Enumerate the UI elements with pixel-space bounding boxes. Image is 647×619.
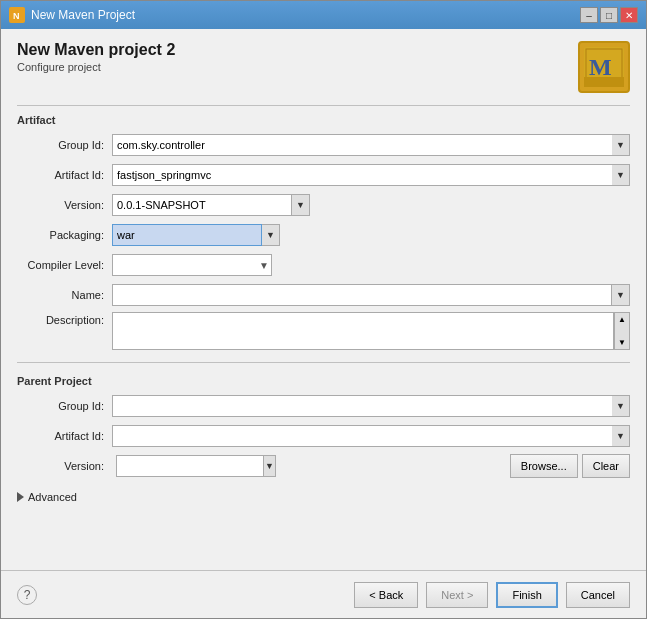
window-title: New Maven Project — [31, 8, 574, 22]
cancel-button[interactable]: Cancel — [566, 582, 630, 608]
dialog-subtitle: Configure project — [17, 61, 175, 73]
artifact-section-label: Artifact — [17, 114, 630, 126]
bottom-bar: ? < Back Next > Finish Cancel — [1, 570, 646, 618]
group-id-label: Group Id: — [17, 139, 112, 151]
artifact-id-dropdown-btn[interactable]: ▼ — [612, 164, 630, 186]
svg-text:N: N — [13, 11, 20, 21]
packaging-label: Packaging: — [17, 229, 112, 241]
description-field-wrap: ▲ ▼ — [112, 312, 630, 350]
packaging-row: Packaging: ▼ — [17, 222, 630, 248]
svg-rect-5 — [584, 77, 624, 87]
scroll-down-btn[interactable]: ▼ — [618, 338, 626, 349]
description-row: Description: ▲ ▼ — [17, 312, 630, 350]
description-scrollbar: ▲ ▼ — [614, 312, 630, 350]
clear-button[interactable]: Clear — [582, 454, 630, 478]
parent-artifact-id-field-wrap: ▼ — [112, 425, 630, 447]
version-field-wrap — [112, 194, 292, 216]
name-row: Name: ▼ — [17, 282, 630, 308]
window-controls: – □ ✕ — [580, 7, 638, 23]
version-row: Version: ▼ — [17, 192, 630, 218]
advanced-label: Advanced — [28, 491, 77, 503]
maven-logo: M — [578, 41, 630, 93]
parent-version-input[interactable] — [116, 455, 264, 477]
dialog-header: New Maven project 2 Configure project M — [17, 41, 630, 93]
parent-group-id-label: Group Id: — [17, 400, 112, 412]
parent-artifact-id-input[interactable] — [112, 425, 612, 447]
back-button[interactable]: < Back — [354, 582, 418, 608]
parent-section-label: Parent Project — [17, 375, 630, 387]
section-separator — [17, 362, 630, 363]
parent-section: Parent Project Group Id: ▼ Artifact Id: … — [17, 375, 630, 483]
compiler-row: Compiler Level: 1.6 1.7 1.8 ▼ — [17, 252, 630, 278]
group-id-dropdown-btn[interactable]: ▼ — [612, 134, 630, 156]
title-bar: N New Maven Project – □ ✕ — [1, 1, 646, 29]
main-window: N New Maven Project – □ ✕ New Maven proj… — [0, 0, 647, 619]
window-icon: N — [9, 7, 25, 23]
name-label: Name: — [17, 289, 112, 301]
parent-group-id-field-wrap: ▼ — [112, 395, 630, 417]
browse-button[interactable]: Browse... — [510, 454, 578, 478]
description-textarea[interactable] — [112, 312, 614, 350]
parent-version-row: Version: ▼ Browse... Clear — [17, 453, 630, 479]
version-dropdown-btn[interactable]: ▼ — [292, 194, 310, 216]
dialog-title: New Maven project 2 — [17, 41, 175, 59]
artifact-id-field-wrap: ▼ — [112, 164, 630, 186]
parent-artifact-id-label: Artifact Id: — [17, 430, 112, 442]
parent-version-dropdown-btn[interactable]: ▼ — [264, 455, 276, 477]
parent-group-id-input[interactable] — [112, 395, 612, 417]
minimize-button[interactable]: – — [580, 7, 598, 23]
header-text: New Maven project 2 Configure project — [17, 41, 175, 73]
advanced-section[interactable]: Advanced — [17, 491, 630, 503]
scroll-up-btn[interactable]: ▲ — [618, 313, 626, 324]
compiler-label: Compiler Level: — [17, 259, 112, 271]
group-id-field-wrap: ▼ — [112, 134, 630, 156]
help-button[interactable]: ? — [17, 585, 37, 605]
version-input[interactable] — [112, 194, 292, 216]
header-separator — [17, 105, 630, 106]
artifact-id-input[interactable] — [112, 164, 612, 186]
next-button[interactable]: Next > — [426, 582, 488, 608]
close-button[interactable]: ✕ — [620, 7, 638, 23]
packaging-dropdown-btn[interactable]: ▼ — [262, 224, 280, 246]
description-label: Description: — [17, 312, 112, 326]
parent-version-label: Version: — [17, 460, 112, 472]
compiler-field-wrap: 1.6 1.7 1.8 ▼ — [112, 254, 272, 276]
advanced-triangle-icon — [17, 492, 24, 502]
version-label: Version: — [17, 199, 112, 211]
artifact-id-row: Artifact Id: ▼ — [17, 162, 630, 188]
maximize-button[interactable]: □ — [600, 7, 618, 23]
group-id-input[interactable] — [112, 134, 612, 156]
finish-button[interactable]: Finish — [496, 582, 557, 608]
parent-artifact-id-row: Artifact Id: ▼ — [17, 423, 630, 449]
name-input[interactable] — [112, 284, 612, 306]
group-id-row: Group Id: ▼ — [17, 132, 630, 158]
svg-text:M: M — [589, 54, 612, 80]
parent-group-id-dropdown-btn[interactable]: ▼ — [612, 395, 630, 417]
form-area: Artifact Group Id: ▼ Artifact Id: ▼ Ver — [17, 114, 630, 558]
parent-version-field-wrap: ▼ — [116, 455, 276, 477]
dialog-content: New Maven project 2 Configure project M … — [1, 29, 646, 570]
parent-group-id-row: Group Id: ▼ — [17, 393, 630, 419]
packaging-field-wrap — [112, 224, 262, 246]
packaging-input[interactable] — [112, 224, 262, 246]
name-field-wrap: ▼ — [112, 284, 630, 306]
parent-artifact-id-dropdown-btn[interactable]: ▼ — [612, 425, 630, 447]
name-dropdown-btn[interactable]: ▼ — [612, 284, 630, 306]
compiler-select[interactable]: 1.6 1.7 1.8 — [112, 254, 272, 276]
artifact-id-label: Artifact Id: — [17, 169, 112, 181]
